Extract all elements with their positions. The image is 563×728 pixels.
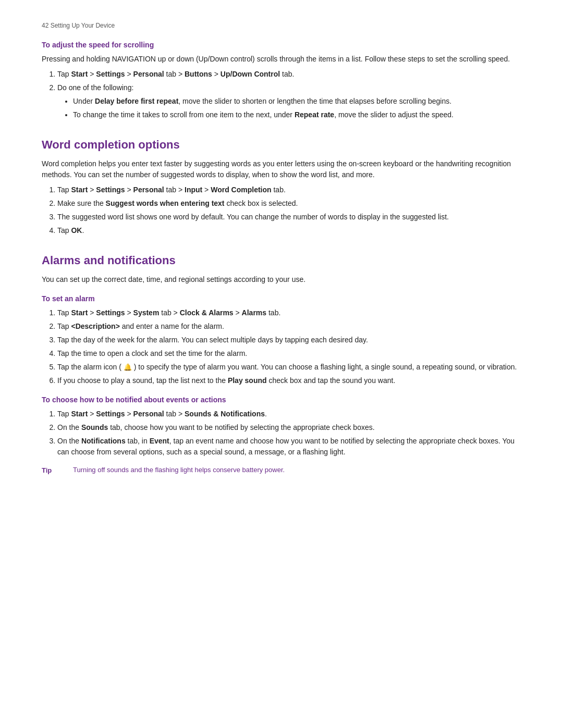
- alarms-section: Alarms and notifications You can set up …: [42, 252, 521, 476]
- page-header: 42 Setting Up Your Device: [42, 21, 521, 30]
- scrolling-step-2: Do one of the following: Under Delay bef…: [57, 82, 521, 120]
- alarm-step-1: Tap Start > Settings > System tab > Cloc…: [57, 307, 521, 318]
- alarm-step-6: If you choose to play a sound, tap the l…: [57, 375, 521, 386]
- notif-step-1: Tap Start > Settings > Personal tab > So…: [57, 409, 521, 419]
- scrolling-heading: To adjust the speed for scrolling: [42, 40, 521, 51]
- scrolling-section: To adjust the speed for scrolling Pressi…: [42, 40, 521, 120]
- notif-step-3: On the Notifications tab, in Event, tap …: [57, 436, 521, 458]
- wc-step-2: Make sure the Suggest words when enterin…: [57, 198, 521, 209]
- tip-row: Tip Turning off sounds and the flashing …: [42, 465, 521, 476]
- word-completion-section: Word completion options Word completion …: [42, 136, 521, 236]
- scrolling-bullets: Under Delay before first repeat, move th…: [73, 96, 521, 120]
- scrolling-steps: Tap Start > Settings > Personal tab > Bu…: [57, 69, 521, 120]
- alarms-heading: Alarms and notifications: [42, 252, 521, 269]
- scrolling-bullet-1: Under Delay before first repeat, move th…: [73, 96, 521, 107]
- alarm-step-4: Tap the time to open a clock and set the…: [57, 348, 521, 359]
- tip-label: Tip: [42, 465, 68, 476]
- scrolling-bullet-2: To change the time it takes to scroll fr…: [73, 109, 521, 120]
- wc-step-1: Tap Start > Settings > Personal tab > In…: [57, 184, 521, 195]
- wc-step-3: The suggested word list shows one word b…: [57, 212, 521, 223]
- word-completion-intro: Word completion helps you enter text fas…: [42, 158, 521, 180]
- scrolling-intro: Pressing and holding NAVIGATION up or do…: [42, 54, 521, 65]
- alarms-intro: You can set up the correct date, time, a…: [42, 274, 521, 285]
- tip-text: Turning off sounds and the flashing ligh…: [73, 465, 285, 475]
- notifications-heading: To choose how to be notified about event…: [42, 394, 521, 405]
- notif-step-2: On the Sounds tab, choose how you want t…: [57, 422, 521, 433]
- set-alarm-heading: To set an alarm: [42, 293, 521, 304]
- wc-step-4: Tap OK.: [57, 225, 521, 236]
- alarm-step-2: Tap <Description> and enter a name for t…: [57, 321, 521, 332]
- word-completion-heading: Word completion options: [42, 136, 521, 153]
- scrolling-step-1: Tap Start > Settings > Personal tab > Bu…: [57, 69, 521, 80]
- notifications-subsection: To choose how to be notified about event…: [42, 394, 521, 458]
- set-alarm-subsection: To set an alarm Tap Start > Settings > S…: [42, 293, 521, 386]
- notifications-steps: Tap Start > Settings > Personal tab > So…: [57, 409, 521, 458]
- alarm-step-5: Tap the alarm icon ( 🔔 ) to specify the …: [57, 362, 521, 373]
- alarm-step-3: Tap the day of the week for the alarm. Y…: [57, 335, 521, 346]
- set-alarm-steps: Tap Start > Settings > System tab > Cloc…: [57, 307, 521, 386]
- word-completion-steps: Tap Start > Settings > Personal tab > In…: [57, 184, 521, 236]
